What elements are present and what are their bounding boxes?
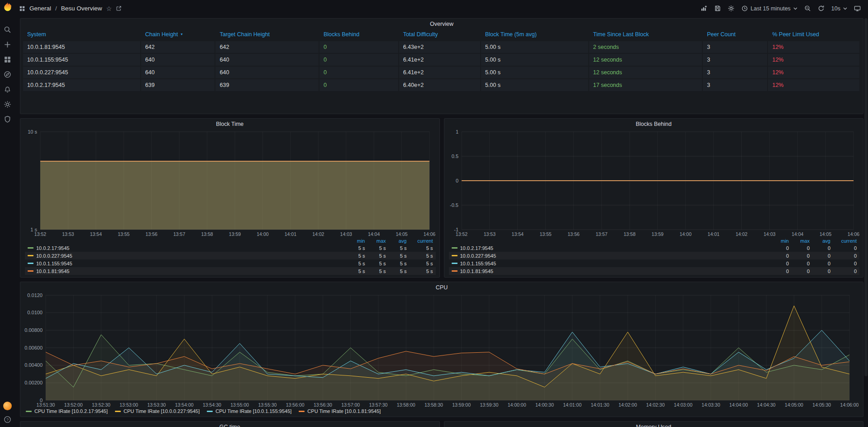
legend-series-label[interactable]: CPU Time IRate [10.0.2.17:9545] [26,408,108,414]
legend-series-label[interactable]: 10.0.2.17:9545 [28,245,344,251]
svg-text:13:57:30: 13:57:30 [369,402,387,408]
add-icon[interactable] [4,41,11,48]
svg-text:-0.5: -0.5 [450,202,458,208]
table-cell: 5.00 s [481,79,589,92]
panel-title-gc-time[interactable]: GC time [20,422,439,427]
series-color-swatch [115,411,121,412]
table-cell: 6.41e+2 [399,67,481,79]
zoom-out-button[interactable] [804,5,811,12]
refresh-interval-dropdown[interactable]: 10s [831,5,847,12]
panel-block-time: Block Time 10 s1 s13:5213:5313:5413:5513… [20,118,440,278]
panel-overview: Overview SystemChain Height▼Target Chain… [20,18,863,114]
svg-text:?: ? [6,417,8,422]
svg-text:13:58:00: 13:58:00 [397,402,415,408]
svg-text:14:00: 14:00 [257,231,268,237]
legend-series-label[interactable]: CPU Time IRate [10.0.0.227:9545] [115,408,200,414]
svg-text:14:05: 14:05 [396,231,407,237]
legend-series-label[interactable]: 10.0.1.81:9545 [452,269,768,274]
star-icon[interactable]: ☆ [106,5,112,12]
legend-series-label[interactable]: CPU Time IRate [10.0.1.81:9545] [299,408,381,414]
legend-series-label[interactable]: 10.0.0.227:9545 [452,253,768,259]
series-color-swatch [28,270,33,272]
panel-title-overview[interactable]: Overview [20,19,863,29]
add-panel-button[interactable] [701,5,707,12]
table-cell: 639 [215,79,319,92]
svg-text:14:02:30: 14:02:30 [646,402,665,408]
table-cell: 3 [703,54,768,67]
svg-text:14:03:30: 14:03:30 [701,402,720,408]
save-dashboard-button[interactable] [714,5,721,12]
block-time-chart[interactable]: 10 s1 s13:5213:5313:5413:5513:5613:5713:… [22,129,438,237]
svg-text:13:54: 13:54 [90,231,102,237]
dashboard-settings-button[interactable] [728,5,734,12]
legend-series-label[interactable]: 10.0.2.17:9545 [452,245,768,251]
legend-series-label[interactable]: 10.0.1.155:9545 [452,261,768,266]
legend-series-label[interactable]: 10.0.1.81:9545 [28,269,344,274]
cycle-view-mode-button[interactable] [854,5,861,12]
user-avatar[interactable] [3,402,12,410]
help-icon[interactable]: ? [4,416,11,423]
breadcrumb-folder[interactable]: General [29,5,51,12]
table-cell: 12% [768,67,860,79]
legend-series-label[interactable]: 10.0.1.155:9545 [28,261,344,266]
column-header-system[interactable]: System [23,29,141,41]
svg-text:14:06: 14:06 [424,231,435,237]
legend-row: 10.0.2.17:95450000 [449,244,860,252]
column-header-time-since-last-block[interactable]: Time Since Last Block [589,29,703,41]
table-cell: 3 [703,79,768,92]
table-cell: 10.0.1.81:9545 [23,41,141,54]
dashboards-icon[interactable] [4,56,11,63]
svg-text:13:54:30: 13:54:30 [203,402,221,408]
search-icon[interactable] [4,26,11,34]
column-header-block-time-5m-avg-[interactable]: Block Time (5m avg) [481,29,589,41]
svg-text:13:56:30: 13:56:30 [314,402,332,408]
refresh-button[interactable] [818,5,825,12]
blocks-behind-chart[interactable]: 10.50-0.5-113:5213:5313:5413:5513:5613:5… [446,129,862,237]
column-header-peer-count[interactable]: Peer Count [703,29,768,41]
share-icon[interactable] [116,5,122,11]
svg-text:14:03: 14:03 [340,231,352,237]
svg-text:0.00800: 0.00800 [24,327,43,333]
svg-text:13:52:00: 13:52:00 [64,402,83,408]
svg-text:14:06:00: 14:06:00 [840,402,859,408]
explore-compass-icon[interactable] [4,71,11,78]
svg-text:0: 0 [455,178,458,183]
table-cell: 642 [141,41,216,54]
dashboard-grid: Overview SystemChain Height▼Target Chain… [14,17,868,427]
table-cell: 12% [768,79,860,92]
server-admin-shield-icon[interactable] [4,115,11,123]
breadcrumb-dashboard-title[interactable]: Besu Overview [61,5,102,12]
svg-text:14:05:00: 14:05:00 [785,402,803,408]
panel-title-memory-used[interactable]: Memory Used [444,422,863,427]
column-header-target-chain-height[interactable]: Target Chain Height [215,29,319,41]
scrollbar[interactable] [864,18,868,425]
svg-text:13:52:30: 13:52:30 [92,402,110,408]
refresh-interval-label: 10s [831,5,840,12]
legend-series-label[interactable]: CPU Time IRate [10.0.1.155:9545] [207,408,291,414]
column-header-chain-height[interactable]: Chain Height▼ [141,29,216,41]
svg-text:14:03: 14:03 [763,231,775,237]
panel-title-blocks-behind[interactable]: Blocks Behind [444,119,863,129]
panel-title-cpu[interactable]: CPU [20,282,863,293]
navbar-actions: Last 15 minutes 10s [701,5,861,12]
series-color-swatch [452,270,458,272]
svg-text:13:54: 13:54 [511,231,523,237]
time-range-picker[interactable]: Last 15 minutes [741,5,797,12]
panel-title-block-time[interactable]: Block Time [20,119,439,129]
svg-text:13:57: 13:57 [596,231,607,237]
svg-text:13:59: 13:59 [229,231,241,237]
block-time-legend: minmaxavgcurrent10.0.2.17:95455 s5 s5 s5… [20,237,439,277]
table-row: 10.0.1.155:954564064006.41e+25.00 s12 se… [23,54,860,67]
column-header-blocks-behind[interactable]: Blocks Behind [320,29,399,41]
alerting-bell-icon[interactable] [4,86,11,93]
table-cell: 10.0.2.17:9545 [23,79,141,92]
scrollbar-thumb[interactable] [864,18,868,376]
cpu-chart[interactable]: 00.002000.004000.006000.008000.01000.012… [22,293,861,408]
breadcrumb: General / Besu Overview ☆ [19,5,122,12]
grafana-logo[interactable] [2,1,13,13]
legend-series-label[interactable]: 10.0.0.227:9545 [28,253,344,259]
column-header-total-difficulty[interactable]: Total Difficulty [399,29,481,41]
column-header--peer-limit-used[interactable]: % Peer Limit Used [768,29,860,41]
table-cell: 10.0.0.227:9545 [23,67,141,79]
configuration-gear-icon[interactable] [4,101,11,108]
